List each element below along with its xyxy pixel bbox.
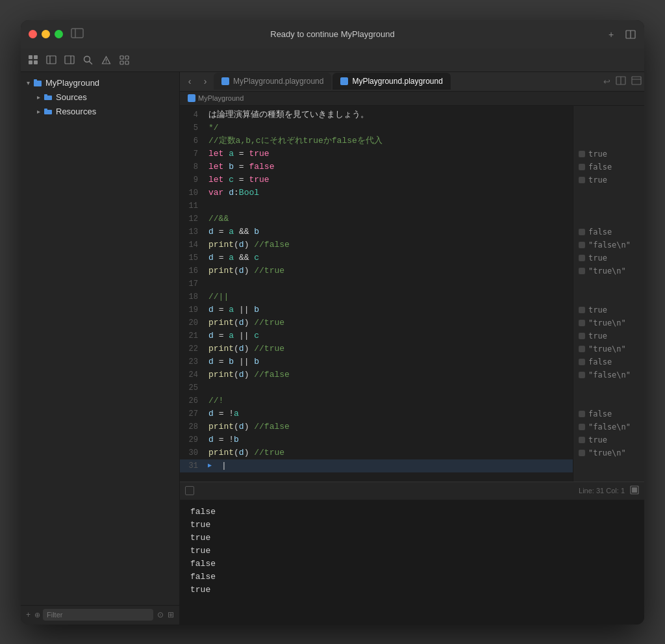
line-num-30: 30 [180,446,206,459]
back-button[interactable]: ‹ [182,74,197,88]
result-value-14: "false\n" [588,240,631,250]
line-content-12: //&& [206,213,573,225]
line-num-6: 6 [180,135,206,148]
result-value-20: "true\n" [588,318,626,328]
minimize-button[interactable] [42,30,50,38]
svg-rect-18 [120,61,123,64]
line-num-22: 22 [180,342,206,355]
code-line-9: 9 let c = true [180,174,573,187]
tab-active[interactable]: MyPlayground.playground [332,73,450,90]
code-line-20: 20 print(d) //true [180,316,573,329]
result-14: "false\n" [573,238,644,251]
code-line-24: 24 print(d) //false [180,368,573,381]
result-18 [573,290,644,303]
line-num-4: 4 [180,109,206,122]
tab-icon-inactive [221,77,229,85]
jump-to-definition-icon[interactable]: ↩ [603,77,610,86]
result-box [579,307,585,313]
forward-button[interactable]: › [198,74,212,88]
tree-item-sources[interactable]: ▸ Sources [21,90,179,105]
line-num-8: 8 [180,161,206,174]
result-box [579,177,585,183]
play-icon[interactable]: ▶ [208,459,217,469]
line-content-13: d = a && b [206,225,573,238]
close-button[interactable] [29,30,37,38]
result-value-23: false [588,357,612,367]
line-content-24: print(d) //false [206,368,573,381]
console-line-2: true [190,519,634,532]
breadcrumb: MyPlayground [180,92,644,106]
line-content-29: d = !b [206,433,573,446]
resources-folder-icon [43,107,53,117]
toggle-icon[interactable]: ⊞ [168,610,174,619]
tab-inactive[interactable]: MyPlayground.playground [214,73,331,90]
line-content-20: print(d) //true [206,316,573,329]
line-num-20: 20 [180,316,206,329]
tree-item-resources[interactable]: ▸ Resources [21,105,179,119]
filter-input[interactable] [43,609,153,621]
result-box [579,333,585,339]
add-button[interactable]: + [605,29,617,40]
main-window: Ready to continue MyPlayground + [21,20,644,625]
svg-rect-7 [34,60,38,64]
result-value-19: true [588,305,607,315]
result-box [579,268,585,274]
result-box [579,450,585,456]
result-24: "false\n" [573,368,644,381]
code-line-6: 6 //定数a,b,cにそれぞれtrueかfalseを代入 [180,135,573,148]
result-box [579,255,585,261]
line-num-15: 15 [180,251,206,264]
split-editor-icon[interactable] [616,76,626,87]
inspector-icon[interactable] [62,53,77,67]
search-icon[interactable] [81,53,95,67]
chevron-down-icon: ▾ [23,79,32,88]
line-content-18: //|| [206,290,573,303]
sort-icon[interactable]: ⊙ [157,610,164,619]
line-content-30: print(d) //true [206,446,573,459]
warning-icon[interactable] [99,53,113,67]
result-10 [573,187,644,200]
structure-icon[interactable] [117,53,131,67]
editor-options-icon[interactable] [631,76,642,87]
code-line-23: 23 d = b || b [180,355,573,368]
code-editor[interactable]: 4 は論理演算値の種類を見ていきましょう。 5 */ 6 //定数a,b,cにそ… [180,106,573,482]
result-value-15: true [588,253,607,263]
add-file-icon[interactable]: + [26,610,31,619]
line-num-21: 21 [180,329,206,342]
svg-rect-16 [120,56,123,59]
line-content-19: d = a || b [206,303,573,316]
svg-rect-19 [125,61,129,64]
maximize-button[interactable] [55,30,63,38]
split-view-icon[interactable] [625,29,636,40]
result-22: "true\n" [573,342,644,355]
result-8: false [573,161,644,174]
svg-rect-24 [44,110,52,114]
tab-bar: ‹ › MyPlayground.playground MyPlayground… [180,72,644,92]
result-12 [573,213,644,225]
line-content-10: var d:Bool [206,187,573,200]
result-value-24: "false\n" [588,370,631,380]
console-line-5: false [190,558,634,571]
sidebar-bottom-bar: + ⊕ ⊙ ⊞ [21,605,179,625]
result-value-16: "true\n" [588,266,626,276]
sidebar: ▾ MyPlayground ▸ [21,72,180,625]
svg-point-15 [105,62,106,62]
result-value-27: false [588,409,612,419]
line-content-27: d = !a [206,407,573,420]
result-value-29: true [588,435,607,444]
sidebar-toggle-icon[interactable] [71,28,84,41]
svg-rect-5 [34,55,38,59]
code-line-10: 10 var d:Bool [180,187,573,200]
result-20: "true\n" [573,316,644,329]
code-line-29: 29 d = !b [180,433,573,446]
console-line-3: true [190,532,634,545]
run-marker[interactable]: ▶ [206,459,219,469]
console-toggle[interactable] [185,486,194,495]
code-line-25: 25 [180,381,573,394]
sidebar-left-icon[interactable] [44,53,58,67]
line-num-28: 28 [180,420,206,433]
tree-item-myplayground[interactable]: ▾ MyPlayground [21,76,179,90]
svg-rect-20 [34,81,42,86]
result-box [579,411,585,417]
grid-icon[interactable] [26,53,40,67]
